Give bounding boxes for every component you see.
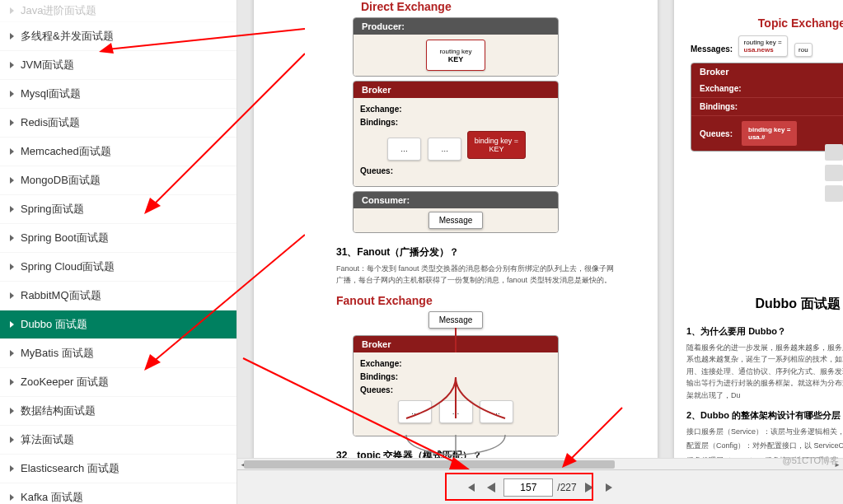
broker-box: Broker Exchange: Bindings: Queues: bindi… [691,63,843,152]
arrow-icon [10,148,14,155]
ghost-row [825,185,843,202]
arrow-icon [10,292,14,299]
nav-item[interactable]: 多线程&并发面试题 [0,22,237,51]
nav-item[interactable]: Java进阶面试题 [0,0,237,22]
question: 1、为什么要用 Dubbo？ [686,325,843,338]
arrow-icon [10,494,14,501]
arrow-icon [10,206,14,212]
nav-item[interactable]: MongoDB面试题 [0,166,237,195]
nav-item-active[interactable]: Dubbo 面试题 [0,310,237,339]
nav-item[interactable]: Mysql面试题 [0,80,237,109]
broker-box: Broker Exchange: Bindings: … … binding k… [353,81,559,187]
diagram-title: Topic Exchange [691,16,843,30]
nav-item[interactable]: RabbitMQ面试题 [0,282,237,310]
section-text: Fanout：每个发到 fanout 类型交换器的消息都会分别有所绑定的队列上去… [336,264,616,286]
arrow-icon [10,91,14,97]
nav-item[interactable]: Memcached面试题 [0,138,237,166]
diagram-title: Fanout Exchange [336,294,658,307]
answer: 接口服务层（Service）：该层与业务逻辑相关，根据 pro [686,426,843,437]
nav-item[interactable]: 算法面试题 [0,426,237,455]
page-total: /227 [557,482,576,493]
nav-item[interactable]: Redis面试题 [0,109,237,138]
watermark: @51CTO博客 [783,455,839,467]
sidebar: Java进阶面试题 多线程&并发面试题 JVM面试题 Mysql面试题 Redi… [0,0,237,504]
arrow-icon [10,7,14,14]
first-page-button[interactable] [462,479,479,496]
broker-box: Broker Exchange: Bindings: Queues: … … … [353,335,559,436]
arrow-icon [10,436,14,443]
arrow-icon [10,33,14,40]
arrow-icon [10,321,14,328]
question: 2、Dubbo 的整体架构设计有哪些分层 [686,409,843,422]
nav-item[interactable]: Spring Boot面试题 [0,224,237,253]
page-input[interactable] [503,478,553,497]
answer: 随着服务化的进一步发展，服务越来越多，服务之间的调用和依赖关系也越来越复杂，诞生… [686,342,843,401]
answer: 配置层（Config）：对外配置接口，以 ServiceConfig 和 [686,440,843,451]
producer-box: Producer: routing keyKEY [353,17,559,77]
next-page-button[interactable] [581,479,597,496]
nav-item[interactable]: 数据结构面试题 [0,397,237,426]
arrow-icon [10,379,14,385]
prev-page-button[interactable] [483,479,499,496]
nav-item[interactable]: MyBatis 面试题 [0,339,237,368]
message-box: Message [429,311,484,329]
diagram-title: Direct Exchange [361,0,658,13]
content-area: Direct Exchange Producer: routing keyKEY… [237,0,843,469]
arrow-icon [10,119,14,126]
arrow-icon [10,177,14,184]
ghost-row [825,165,843,181]
dubbo-title: Dubbo 面试题 [674,296,843,313]
arrow-icon [10,350,14,357]
nav-item[interactable]: Elasticsearch 面试题 [0,455,237,483]
horizontal-scrollbar[interactable]: ◄ ► [237,458,843,469]
scrollbar-thumb[interactable] [244,460,615,469]
arrow-icon [10,465,14,472]
pdf-page-right: Topic Exchange Messages: routing key =us… [674,0,843,465]
pager-bar: /227 [237,469,843,504]
arrow-icon [10,264,14,270]
ghost-row [825,144,843,161]
nav-item[interactable]: Spring Cloud面试题 [0,253,237,282]
nav-item[interactable]: Kafka 面试题 [0,483,237,504]
arrow-icon [10,62,14,68]
consumer-box: Consumer: Message [353,191,559,233]
arrow-icon [10,235,14,241]
last-page-button[interactable] [602,479,618,496]
section-heading: 31、Fanout（广播分发）？ [336,245,625,259]
nav-item[interactable]: ZooKeeper 面试题 [0,368,237,397]
arrow-icon [10,408,14,414]
nav-item[interactable]: Spring面试题 [0,195,237,224]
nav-item[interactable]: JVM面试题 [0,51,237,80]
pdf-page-left: Direct Exchange Producer: routing keyKEY… [254,0,658,465]
